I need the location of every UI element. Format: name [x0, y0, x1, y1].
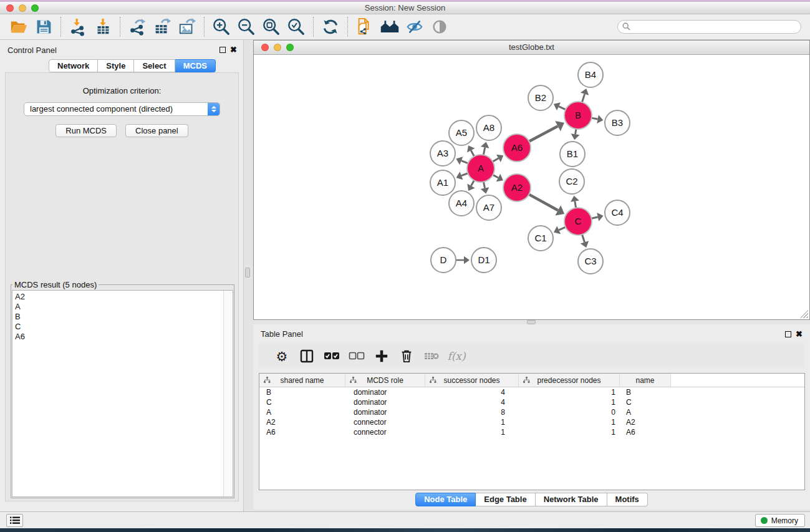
- graph-node-A3[interactable]: A3: [430, 141, 455, 166]
- close-panel-icon[interactable]: ✖: [230, 45, 237, 54]
- zoom-fit-icon[interactable]: [259, 16, 284, 38]
- task-history-button[interactable]: [6, 514, 23, 527]
- deselect-all-rows-icon[interactable]: [344, 346, 369, 367]
- float-table-panel-icon[interactable]: [785, 331, 791, 337]
- graph-node-D[interactable]: D: [431, 248, 456, 273]
- search-input[interactable]: [617, 20, 801, 34]
- tab-mcds[interactable]: MCDS: [175, 59, 216, 72]
- graph-edge[interactable]: [591, 217, 597, 218]
- minimize-network-button[interactable]: [274, 44, 281, 51]
- graph-edge[interactable]: [529, 126, 557, 141]
- open-session-icon[interactable]: [6, 16, 31, 38]
- graph-edge[interactable]: [592, 118, 598, 119]
- home-icon[interactable]: [377, 16, 402, 38]
- graph-edge[interactable]: [493, 175, 498, 178]
- graph-edge[interactable]: [461, 161, 468, 163]
- graph-edge[interactable]: [461, 173, 468, 176]
- column-header-successor-nodes[interactable]: successor nodes: [425, 374, 519, 387]
- graph-node-C[interactable]: C: [564, 208, 592, 235]
- hide-graphics-icon[interactable]: [402, 16, 427, 38]
- graph-edge[interactable]: [483, 147, 485, 155]
- tab-node-table[interactable]: Node Table: [415, 493, 476, 506]
- run-mcds-button[interactable]: Run MCDS: [55, 124, 117, 137]
- graph-edge[interactable]: [559, 227, 566, 230]
- export-network-icon[interactable]: [125, 16, 150, 38]
- graph-node-A2[interactable]: A2: [503, 174, 531, 201]
- close-panel-button[interactable]: Close panel: [125, 124, 188, 137]
- graph-edge[interactable]: [483, 182, 485, 188]
- clone-network-icon[interactable]: [352, 16, 377, 38]
- table-row[interactable]: Cdominator41C: [259, 397, 804, 407]
- graph-edge[interactable]: [471, 150, 474, 157]
- import-network-icon[interactable]: [65, 16, 90, 38]
- tab-style[interactable]: Style: [98, 59, 134, 72]
- memory-button[interactable]: Memory: [755, 514, 805, 527]
- tab-network-table[interactable]: Network Table: [536, 493, 607, 506]
- graph-edge[interactable]: [559, 107, 566, 110]
- mcds-result-item[interactable]: A: [15, 302, 233, 312]
- graph-node-B1[interactable]: B1: [560, 142, 585, 167]
- maximize-network-button[interactable]: [286, 44, 294, 51]
- tab-edge-table[interactable]: Edge Table: [476, 493, 535, 506]
- graph-node-B4[interactable]: B4: [578, 62, 603, 87]
- graph-edge[interactable]: [576, 129, 576, 135]
- mcds-result-item[interactable]: C: [15, 322, 233, 332]
- graph-node-B[interactable]: B: [564, 102, 592, 129]
- network-canvas[interactable]: B4B2BB3A8A5A6B1A3AC2A1A2A4A7C4CC1DD1C3: [254, 55, 809, 319]
- table-row[interactable]: A2connector11A2: [259, 417, 804, 427]
- graph-edge[interactable]: [529, 195, 558, 211]
- graph-node-A[interactable]: A: [467, 155, 494, 182]
- optimization-criterion-select[interactable]: largest connected component (directed): [24, 102, 220, 116]
- graph-node-A6[interactable]: A6: [503, 134, 531, 162]
- show-graphics-icon[interactable]: [427, 16, 452, 38]
- apply-layout-icon[interactable]: [318, 16, 343, 38]
- graph-edge[interactable]: [582, 235, 585, 242]
- mcds-result-item[interactable]: A2: [15, 292, 233, 302]
- import-table-icon[interactable]: [90, 16, 115, 38]
- export-image-icon[interactable]: [175, 16, 200, 38]
- graph-node-B3[interactable]: B3: [605, 110, 630, 135]
- tab-motifs[interactable]: Motifs: [607, 493, 648, 506]
- graph-node-C3[interactable]: C3: [578, 249, 603, 274]
- float-panel-icon[interactable]: [219, 47, 226, 53]
- close-window-button[interactable]: [6, 4, 14, 12]
- delete-column-icon[interactable]: [394, 346, 419, 367]
- delete-table-icon[interactable]: [419, 346, 444, 367]
- save-session-icon[interactable]: [31, 16, 56, 38]
- graph-node-A4[interactable]: A4: [449, 191, 474, 216]
- graph-node-B2[interactable]: B2: [528, 85, 553, 110]
- function-builder-icon[interactable]: f(x): [444, 346, 469, 367]
- mcds-result-item[interactable]: A6: [15, 332, 233, 342]
- graph-node-D1[interactable]: D1: [471, 248, 496, 273]
- minimize-window-button[interactable]: [19, 4, 26, 12]
- column-header-shared-name[interactable]: shared name: [259, 374, 345, 387]
- graph-node-A1[interactable]: A1: [430, 170, 455, 195]
- table-row[interactable]: A6connector11A6: [259, 427, 804, 437]
- table-row[interactable]: Adominator80A: [259, 407, 804, 417]
- tab-network[interactable]: Network: [49, 59, 98, 72]
- graph-node-A5[interactable]: A5: [449, 120, 474, 145]
- zoom-selected-icon[interactable]: [284, 16, 309, 38]
- select-all-rows-icon[interactable]: [319, 346, 344, 367]
- zoom-out-icon[interactable]: [234, 16, 259, 38]
- mcds-result-item[interactable]: B: [15, 312, 233, 322]
- vertical-splitter-handle[interactable]: [245, 268, 250, 278]
- zoom-in-icon[interactable]: [209, 16, 234, 38]
- column-header-predecessor-nodes[interactable]: predecessor nodes: [519, 374, 620, 387]
- close-table-panel-icon[interactable]: ✖: [796, 329, 803, 339]
- graph-edge[interactable]: [471, 180, 474, 186]
- graph-node-C2[interactable]: C2: [559, 169, 584, 194]
- graph-node-A7[interactable]: A7: [476, 195, 501, 220]
- tab-select[interactable]: Select: [134, 59, 175, 72]
- maximize-window-button[interactable]: [31, 4, 39, 12]
- table-row[interactable]: Bdominator41B: [259, 387, 804, 397]
- add-column-icon[interactable]: [369, 346, 394, 367]
- graph-edge[interactable]: [582, 94, 584, 102]
- export-table-icon[interactable]: [150, 16, 175, 38]
- graph-edge[interactable]: [575, 201, 576, 208]
- graph-node-C4[interactable]: C4: [605, 200, 630, 225]
- column-header-mcds-role[interactable]: MCDS role: [345, 374, 425, 387]
- graph-node-C1[interactable]: C1: [528, 226, 553, 251]
- close-network-button[interactable]: [261, 44, 269, 51]
- graph-edge[interactable]: [493, 158, 498, 162]
